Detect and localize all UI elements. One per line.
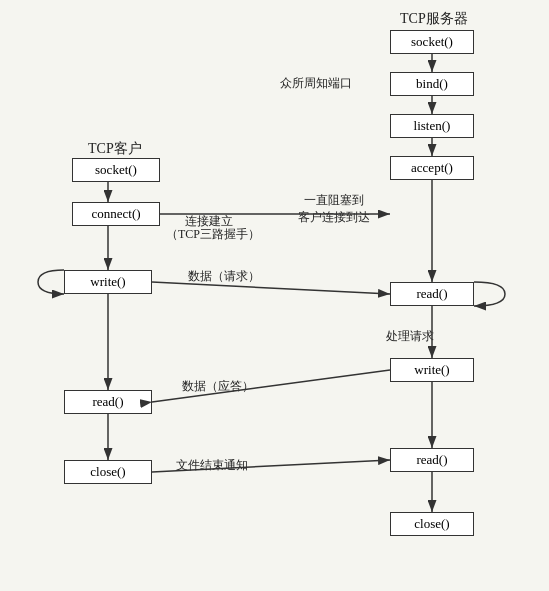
- client-close-box: close(): [64, 460, 152, 484]
- server-bind-box: bind(): [390, 72, 474, 96]
- client-connect-box: connect(): [72, 202, 160, 226]
- server-close-box: close(): [390, 512, 474, 536]
- data-req-label: 数据（请求）: [188, 268, 260, 285]
- handshake-label: （TCP三路握手）: [166, 226, 260, 243]
- blocking-label: 一直阻塞到客户连接到达: [298, 192, 370, 226]
- wellknown-label: 众所周知端口: [280, 75, 352, 92]
- eof-label: 文件结束通知: [176, 457, 248, 474]
- process-label: 处理请求: [386, 328, 434, 345]
- server-socket-box: socket(): [390, 30, 474, 54]
- server-accept-box: accept(): [390, 156, 474, 180]
- diagram: TCP服务器 TCP客户 众所周知端口 一直阻塞到客户连接到达 连接建立 （TC…: [0, 0, 549, 591]
- client-write-box: write(): [64, 270, 152, 294]
- server-read1-box: read(): [390, 282, 474, 306]
- server-title: TCP服务器: [400, 10, 468, 28]
- client-title: TCP客户: [88, 140, 142, 158]
- client-read-box: read(): [64, 390, 152, 414]
- server-read2-box: read(): [390, 448, 474, 472]
- data-resp-label: 数据（应答）: [182, 378, 254, 395]
- server-listen-box: listen(): [390, 114, 474, 138]
- server-write-box: write(): [390, 358, 474, 382]
- client-socket-box: socket(): [72, 158, 160, 182]
